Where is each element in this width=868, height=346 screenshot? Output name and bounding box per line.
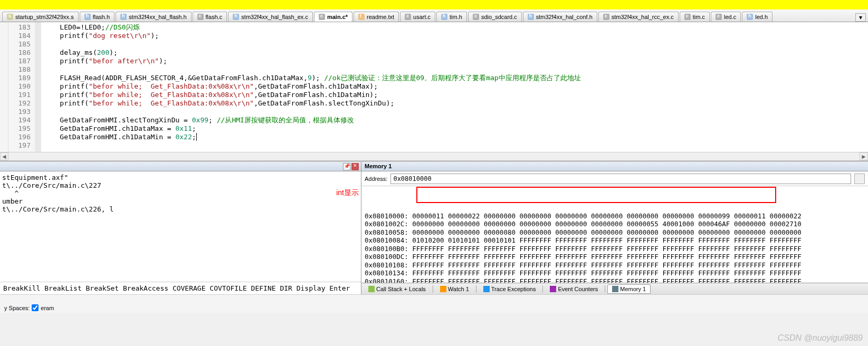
memory-pane: Memory 1 Address: 0x08010000: 00000011 0… <box>361 162 868 294</box>
eram-label: eram <box>41 305 54 311</box>
highlight-rect <box>416 187 776 203</box>
file-type-icon <box>405 14 411 20</box>
memory-row: 0x0801002C: 00000000 00000000 00000000 0… <box>365 220 865 228</box>
build-output-body[interactable]: stEquipment.axf" t\../Core/Src/main.c\22… <box>0 171 361 229</box>
file-tab[interactable]: stm32f4xx_hal_conf.h <box>523 12 597 22</box>
file-tab-label: tim.h <box>450 14 462 20</box>
file-tab[interactable]: usart.c <box>400 12 435 22</box>
file-type-icon <box>7 14 13 20</box>
debug-tab-icon <box>612 286 618 292</box>
file-tab[interactable]: tim.h <box>436 12 467 22</box>
user-annotation: int显示 <box>336 188 359 198</box>
file-tab-label: led.h <box>755 14 768 20</box>
watermark: CSDN @nuoyigui9889 <box>778 333 863 343</box>
file-tab-bar: startup_stm32f429xx.sflash.hstm32f4xx_ha… <box>0 9 868 22</box>
file-tab[interactable]: stm32f4xx_hal_flash.h <box>116 12 191 22</box>
file-tab-label: startup_stm32f429xx.s <box>15 14 74 20</box>
debug-tab[interactable]: Trace Exceptions <box>479 284 541 294</box>
file-type-icon <box>684 14 691 20</box>
debug-tab[interactable]: Memory 1 <box>607 284 651 294</box>
debug-tab[interactable]: Event Counters <box>545 284 603 294</box>
file-type-icon <box>120 14 127 20</box>
file-tab-label: stm32f4xx_hal_flash_ex.c <box>241 14 308 20</box>
scroll-left-arrow[interactable]: ◄ <box>0 152 8 160</box>
file-type-icon <box>441 14 447 20</box>
file-type-icon <box>319 14 325 20</box>
debug-tab-icon <box>550 286 556 292</box>
debug-tab-icon <box>440 286 446 292</box>
command-help-line: BreakKill BreakList BreakSet BreakAccess… <box>0 282 361 294</box>
memory-row: 0x08010084: 01010200 01010101 00010101 F… <box>365 236 865 245</box>
file-type-icon <box>473 14 479 20</box>
debug-tab-icon <box>483 286 490 292</box>
memory-row: 0x080100B0: FFFFFFFF FFFFFFFF FFFFFFFF F… <box>365 245 865 253</box>
debug-tab-label: Watch 1 <box>448 286 469 292</box>
file-tab[interactable]: led.h <box>742 12 772 22</box>
memory-tool-icon[interactable] <box>854 174 865 184</box>
file-tab-label: stm32f4xx_hal_rcc_ex.c <box>612 14 674 20</box>
file-tab[interactable]: readme.txt <box>354 12 399 22</box>
marker-gutter <box>35 22 41 152</box>
file-tab[interactable]: tim.c <box>680 12 710 22</box>
eram-checkbox[interactable] <box>32 304 39 311</box>
line-number-gutter: 183 184 185 186 187 188 189 190 191 192 … <box>8 22 35 152</box>
address-label: Address: <box>365 176 387 182</box>
highlight-bar <box>0 0 868 9</box>
debug-tab-label: Memory 1 <box>620 286 646 292</box>
file-tab[interactable]: led.c <box>711 12 741 22</box>
file-tab[interactable]: flash.c <box>193 12 227 22</box>
memory-row: 0x08010058: 00000000 00000000 00000080 0… <box>365 228 865 237</box>
file-type-icon <box>747 14 753 20</box>
code-editor[interactable]: 183 184 185 186 187 188 189 190 191 192 … <box>0 22 868 152</box>
debug-tab-label: Event Counters <box>558 286 598 292</box>
file-tab-label: flash.c <box>206 14 223 20</box>
file-type-icon <box>528 14 534 20</box>
file-type-icon <box>603 14 609 20</box>
spaces-label: y Spaces: <box>4 305 30 311</box>
fold-gutter[interactable] <box>0 22 8 152</box>
tab-overflow-dropdown[interactable]: ▾ <box>855 13 866 22</box>
memory-row: 0x08010108: FFFFFFFF FFFFFFFF FFFFFFFF F… <box>365 261 865 270</box>
debug-tab-label: Call Stack + Locals <box>376 286 426 292</box>
file-tab-label: stm32f4xx_hal_flash.h <box>129 14 186 20</box>
file-tab[interactable]: flash.h <box>80 12 115 22</box>
file-tab[interactable]: startup_stm32f429xx.s <box>2 12 79 22</box>
file-tab[interactable]: stm32f4xx_hal_flash_ex.c <box>228 12 313 22</box>
build-output-pane: 📌 ✕ stEquipment.axf" t\../Core/Src/main.… <box>0 162 361 294</box>
file-type-icon <box>84 14 91 20</box>
memory-dump[interactable]: 0x08010000: 00000011 00000022 00000000 0… <box>361 186 868 283</box>
file-tab[interactable]: sdio_sdcard.c <box>468 12 522 22</box>
file-tab-label: flash.h <box>93 14 110 20</box>
memory-row: 0x08010160: FFFFFFFF FFFFFFFF FFFFFFFF F… <box>365 277 865 283</box>
debug-tab-bar: Call Stack + LocalsWatch 1Trace Exceptio… <box>361 283 868 294</box>
debug-tab-icon <box>368 286 375 292</box>
memory-row: 0x08010000: 00000011 00000022 00000000 0… <box>365 212 865 220</box>
code-body[interactable]: LED0=!LED0;//DS0闪烁 printf("dog reset\r\n… <box>41 22 868 152</box>
file-tab[interactable]: stm32f4xx_hal_rcc_ex.c <box>598 12 679 22</box>
file-tab-label: readme.txt <box>367 14 394 20</box>
pin-icon[interactable]: 📌 <box>343 163 350 170</box>
file-type-icon <box>197 14 204 20</box>
debug-tab-label: Trace Exceptions <box>491 286 536 292</box>
file-tab-label: led.c <box>724 14 736 20</box>
file-tab-label: sdio_sdcard.c <box>481 14 517 20</box>
file-type-icon <box>358 14 365 20</box>
scroll-right-arrow[interactable]: ► <box>860 152 868 160</box>
status-bar: y Spaces: eram <box>0 294 868 313</box>
file-tab-label: usart.c <box>413 14 431 20</box>
file-tab-label: stm32f4xx_hal_conf.h <box>536 14 593 20</box>
debug-tab[interactable]: Watch 1 <box>435 284 474 294</box>
memory-row: 0x080100DC: FFFFFFFF FFFFFFFF FFFFFFFF F… <box>365 253 865 261</box>
file-type-icon <box>716 14 722 20</box>
file-tab-label: tim.c <box>693 14 705 20</box>
memory-row: 0x08010134: FFFFFFFF FFFFFFFF FFFFFFFF F… <box>365 269 865 277</box>
file-tab[interactable]: main.c* <box>314 12 352 22</box>
file-type-icon <box>233 14 239 20</box>
file-tab-label: main.c* <box>327 14 348 20</box>
close-icon[interactable]: ✕ <box>351 163 359 170</box>
horizontal-scrollbar[interactable]: ◄ ► <box>0 152 868 160</box>
debug-tab[interactable]: Call Stack + Locals <box>364 284 431 294</box>
address-input[interactable] <box>390 174 851 184</box>
memory-pane-title: Memory 1 <box>361 162 868 171</box>
